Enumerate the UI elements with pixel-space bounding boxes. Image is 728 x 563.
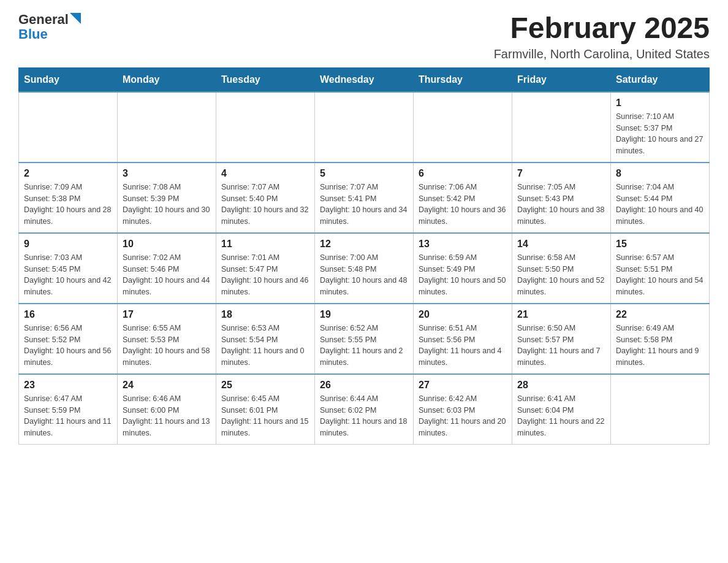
calendar-cell: 5Sunrise: 7:07 AMSunset: 5:41 PMDaylight… (315, 163, 414, 233)
calendar-cell: 4Sunrise: 7:07 AMSunset: 5:40 PMDaylight… (216, 163, 315, 233)
calendar-cell: 21Sunrise: 6:50 AMSunset: 5:57 PMDayligh… (512, 304, 611, 374)
logo-triangle-icon (70, 13, 81, 24)
calendar-cell (216, 92, 315, 163)
calendar-cell: 27Sunrise: 6:42 AMSunset: 6:03 PMDayligh… (414, 374, 512, 445)
calendar-cell: 1Sunrise: 7:10 AMSunset: 5:37 PMDaylight… (611, 92, 710, 163)
day-info: Sunrise: 7:10 AMSunset: 5:37 PMDaylight:… (616, 111, 704, 157)
week-row-1: 1Sunrise: 7:10 AMSunset: 5:37 PMDaylight… (19, 92, 710, 163)
calendar-cell: 14Sunrise: 6:58 AMSunset: 5:50 PMDayligh… (512, 233, 611, 304)
day-number: 9 (24, 239, 112, 250)
day-info: Sunrise: 7:04 AMSunset: 5:44 PMDaylight:… (616, 182, 704, 228)
day-info: Sunrise: 6:49 AMSunset: 5:58 PMDaylight:… (616, 323, 704, 369)
weekday-header-thursday: Thursday (414, 67, 512, 92)
location-title: Farmville, North Carolina, United States (494, 47, 710, 61)
calendar-cell: 3Sunrise: 7:08 AMSunset: 5:39 PMDaylight… (118, 163, 216, 233)
day-info: Sunrise: 6:55 AMSunset: 5:53 PMDaylight:… (123, 323, 211, 369)
calendar-cell: 13Sunrise: 6:59 AMSunset: 5:49 PMDayligh… (414, 233, 512, 304)
day-info: Sunrise: 6:50 AMSunset: 5:57 PMDaylight:… (517, 323, 605, 369)
day-number: 5 (320, 168, 408, 179)
day-number: 20 (419, 309, 507, 320)
day-number: 21 (517, 309, 605, 320)
calendar-cell: 23Sunrise: 6:47 AMSunset: 5:59 PMDayligh… (19, 374, 118, 445)
day-info: Sunrise: 6:57 AMSunset: 5:51 PMDaylight:… (616, 252, 704, 298)
calendar-cell: 26Sunrise: 6:44 AMSunset: 6:02 PMDayligh… (315, 374, 414, 445)
weekday-header-tuesday: Tuesday (216, 67, 315, 92)
calendar-cell: 24Sunrise: 6:46 AMSunset: 6:00 PMDayligh… (118, 374, 216, 445)
week-row-3: 9Sunrise: 7:03 AMSunset: 5:45 PMDaylight… (19, 233, 710, 304)
day-number: 19 (320, 309, 408, 320)
day-number: 3 (123, 168, 211, 179)
calendar-cell: 22Sunrise: 6:49 AMSunset: 5:58 PMDayligh… (611, 304, 710, 374)
day-number: 28 (517, 380, 605, 391)
calendar-cell (19, 92, 118, 163)
day-info: Sunrise: 6:58 AMSunset: 5:50 PMDaylight:… (517, 252, 605, 298)
day-number: 15 (616, 239, 704, 250)
day-number: 6 (419, 168, 507, 179)
logo-general: General (18, 12, 69, 27)
day-number: 12 (320, 239, 408, 250)
calendar-cell (414, 92, 512, 163)
weekday-header-saturday: Saturday (611, 67, 710, 92)
calendar-cell: 6Sunrise: 7:06 AMSunset: 5:42 PMDaylight… (414, 163, 512, 233)
day-info: Sunrise: 7:06 AMSunset: 5:42 PMDaylight:… (419, 182, 507, 228)
day-number: 25 (221, 380, 309, 391)
calendar-cell: 12Sunrise: 7:00 AMSunset: 5:48 PMDayligh… (315, 233, 414, 304)
calendar-cell (512, 92, 611, 163)
day-info: Sunrise: 7:03 AMSunset: 5:45 PMDaylight:… (24, 252, 112, 298)
day-info: Sunrise: 7:00 AMSunset: 5:48 PMDaylight:… (320, 252, 408, 298)
weekday-header-sunday: Sunday (19, 67, 118, 92)
day-number: 23 (24, 380, 112, 391)
calendar-cell (315, 92, 414, 163)
calendar-cell: 28Sunrise: 6:41 AMSunset: 6:04 PMDayligh… (512, 374, 611, 445)
month-title: February 2025 (494, 12, 710, 45)
day-number: 1 (616, 98, 704, 109)
week-row-2: 2Sunrise: 7:09 AMSunset: 5:38 PMDaylight… (19, 163, 710, 233)
day-info: Sunrise: 7:01 AMSunset: 5:47 PMDaylight:… (221, 252, 309, 298)
day-number: 13 (419, 239, 507, 250)
calendar-cell: 9Sunrise: 7:03 AMSunset: 5:45 PMDaylight… (19, 233, 118, 304)
calendar-cell: 11Sunrise: 7:01 AMSunset: 5:47 PMDayligh… (216, 233, 315, 304)
day-number: 18 (221, 309, 309, 320)
calendar-cell: 18Sunrise: 6:53 AMSunset: 5:54 PMDayligh… (216, 304, 315, 374)
day-number: 11 (221, 239, 309, 250)
day-number: 7 (517, 168, 605, 179)
day-info: Sunrise: 6:52 AMSunset: 5:55 PMDaylight:… (320, 323, 408, 369)
logo-blue: Blue (18, 27, 48, 42)
day-info: Sunrise: 7:07 AMSunset: 5:40 PMDaylight:… (221, 182, 309, 228)
calendar-cell: 17Sunrise: 6:55 AMSunset: 5:53 PMDayligh… (118, 304, 216, 374)
calendar-cell: 8Sunrise: 7:04 AMSunset: 5:44 PMDaylight… (611, 163, 710, 233)
day-info: Sunrise: 6:47 AMSunset: 5:59 PMDaylight:… (24, 393, 112, 439)
weekday-header-row: SundayMondayTuesdayWednesdayThursdayFrid… (19, 67, 710, 92)
week-row-4: 16Sunrise: 6:56 AMSunset: 5:52 PMDayligh… (19, 304, 710, 374)
logo: General Blue (18, 12, 81, 42)
day-info: Sunrise: 7:02 AMSunset: 5:46 PMDaylight:… (123, 252, 211, 298)
day-info: Sunrise: 7:08 AMSunset: 5:39 PMDaylight:… (123, 182, 211, 228)
day-info: Sunrise: 6:53 AMSunset: 5:54 PMDaylight:… (221, 323, 309, 369)
weekday-header-wednesday: Wednesday (315, 67, 414, 92)
day-info: Sunrise: 6:45 AMSunset: 6:01 PMDaylight:… (221, 393, 309, 439)
page-header: General Blue February 2025 Farmville, No… (18, 12, 710, 61)
day-info: Sunrise: 6:59 AMSunset: 5:49 PMDaylight:… (419, 252, 507, 298)
calendar-table: SundayMondayTuesdayWednesdayThursdayFrid… (18, 67, 710, 445)
calendar-cell: 20Sunrise: 6:51 AMSunset: 5:56 PMDayligh… (414, 304, 512, 374)
day-info: Sunrise: 7:05 AMSunset: 5:43 PMDaylight:… (517, 182, 605, 228)
day-info: Sunrise: 7:07 AMSunset: 5:41 PMDaylight:… (320, 182, 408, 228)
day-info: Sunrise: 6:41 AMSunset: 6:04 PMDaylight:… (517, 393, 605, 439)
day-number: 14 (517, 239, 605, 250)
day-info: Sunrise: 6:42 AMSunset: 6:03 PMDaylight:… (419, 393, 507, 439)
day-number: 2 (24, 168, 112, 179)
day-number: 24 (123, 380, 211, 391)
calendar-cell: 19Sunrise: 6:52 AMSunset: 5:55 PMDayligh… (315, 304, 414, 374)
day-number: 27 (419, 380, 507, 391)
day-number: 8 (616, 168, 704, 179)
day-info: Sunrise: 6:46 AMSunset: 6:00 PMDaylight:… (123, 393, 211, 439)
day-info: Sunrise: 6:56 AMSunset: 5:52 PMDaylight:… (24, 323, 112, 369)
day-number: 26 (320, 380, 408, 391)
day-number: 10 (123, 239, 211, 250)
day-number: 17 (123, 309, 211, 320)
title-section: February 2025 Farmville, North Carolina,… (494, 12, 710, 61)
day-info: Sunrise: 6:51 AMSunset: 5:56 PMDaylight:… (419, 323, 507, 369)
calendar-cell: 2Sunrise: 7:09 AMSunset: 5:38 PMDaylight… (19, 163, 118, 233)
day-number: 22 (616, 309, 704, 320)
svg-marker-0 (70, 13, 81, 24)
